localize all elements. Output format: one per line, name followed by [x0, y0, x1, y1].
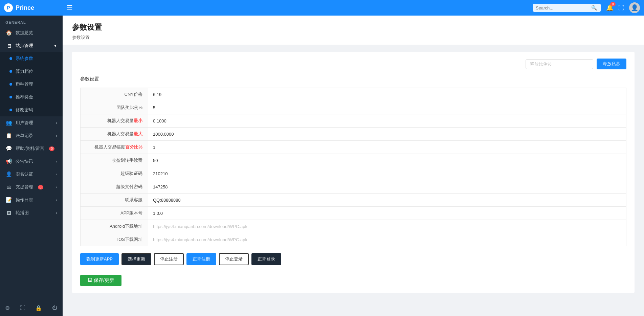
release-private-button[interactable]: 释放私募 — [597, 59, 626, 69]
input-robot-max — [148, 128, 626, 140]
save-section: 🖫 保存/更新 — [80, 270, 626, 286]
save-update-button[interactable]: 🖫 保存/更新 — [80, 275, 121, 286]
oplog-icon: 📝 — [5, 197, 12, 203]
home-icon: 🏠 — [5, 30, 12, 36]
sidebar-label-banner: 轮播图 — [16, 210, 29, 216]
input-super-pay — [148, 181, 626, 193]
release-bar: 释放私募 — [80, 59, 626, 69]
cny-price-input[interactable] — [148, 89, 626, 100]
super-pay-input[interactable] — [148, 181, 626, 193]
power-icon[interactable]: ⏻ — [51, 303, 59, 313]
arrow-right-icon: › — [56, 121, 57, 125]
main-content: 参数设置 参数设置 释放私募 参数设置 CNY价格 — [63, 16, 644, 316]
customer-service-input[interactable] — [148, 194, 626, 206]
sidebar-item-sysparams[interactable]: 系统参数 — [0, 52, 63, 65]
robot-max-input[interactable] — [148, 128, 626, 140]
sidebar-label-referral: 推荐奖金 — [16, 94, 33, 100]
main-card: 释放私募 参数设置 CNY价格 团队奖比例% — [72, 52, 635, 293]
sidebar-item-currency[interactable]: 币种管理 — [0, 78, 63, 91]
sidebar-item-help[interactable]: 💬 帮助/资料/留言 0 — [0, 142, 63, 155]
form-row-ios-url: IOS下载网址 — [80, 233, 626, 246]
search-icon: 🔍 — [591, 5, 597, 10]
params-form: CNY价格 团队奖比例% 机器人交易量最小 — [80, 88, 626, 246]
recharge-badge: 0 — [38, 185, 43, 189]
app-version-input[interactable] — [148, 207, 626, 219]
form-row-super-verify: 超级验证码 — [80, 167, 626, 180]
withdraw-fee-input[interactable] — [148, 155, 626, 166]
lock-icon[interactable]: 🔒 — [34, 303, 43, 313]
sidebar-item-dashboard[interactable]: 🏠 数据总览 — [0, 26, 63, 39]
sidebar-item-billrecord[interactable]: 📋 账单记录 › — [0, 129, 63, 142]
android-url-input[interactable] — [148, 221, 626, 232]
arrow-right-icon: › — [56, 172, 57, 176]
input-team — [148, 102, 626, 114]
form-row-cny: CNY价格 — [80, 88, 626, 101]
realname-icon: 👤 — [5, 171, 12, 177]
sidebar-label-oplog: 操作日志 — [16, 197, 33, 203]
sidebar-item-compute[interactable]: 算力档位 — [0, 65, 63, 78]
form-row-super-pay: 超级支付密码 — [80, 180, 626, 193]
arrow-right-icon: › — [56, 134, 57, 138]
settings-icon[interactable]: ⚙ — [4, 303, 11, 313]
sidebar-item-banner[interactable]: 🖼 轮播图 › — [0, 206, 63, 219]
sidebar-label-help: 帮助/资料/留言 — [16, 145, 44, 152]
dot-icon — [9, 70, 12, 73]
dot-icon — [9, 96, 12, 98]
sidebar-label-billrecord: 账单记录 — [16, 133, 33, 139]
stop-register-button[interactable]: 停止注册 — [154, 253, 184, 265]
page-header: 参数设置 参数设置 — [63, 16, 644, 45]
top-navigation: P Prince ☰ 🔍 🔔 0 ⛶ 👤 — [0, 0, 644, 16]
sidebar-item-referral[interactable]: 推荐奖金 — [0, 91, 63, 104]
force-update-button[interactable]: 强制更新APP — [80, 253, 119, 265]
expand-icon[interactable]: ⛶ — [618, 4, 624, 12]
form-row-withdraw: 收益划转手续费 — [80, 154, 626, 167]
release-ratio-input[interactable] — [526, 59, 593, 69]
app-logo: P Prince — [4, 3, 67, 12]
arrow-down-icon: ▼ — [53, 44, 57, 48]
sidebar-label-announcement: 公告快讯 — [16, 158, 33, 164]
sidebar-item-realname[interactable]: 👤 实名认证 › — [0, 168, 63, 181]
sidebar-item-changepwd[interactable]: 修改密码 — [0, 104, 63, 116]
robot-min-input[interactable] — [148, 115, 626, 127]
avatar[interactable]: 👤 — [629, 2, 640, 13]
form-row-robot-max: 机器人交易量最大 — [80, 127, 626, 140]
team-reward-input[interactable] — [148, 102, 626, 114]
label-super-pay: 超级支付密码 — [81, 180, 148, 193]
dot-icon — [9, 109, 12, 111]
sidebar-item-usermgr[interactable]: 👥 用户管理 › — [0, 116, 63, 129]
form-row-robot-min: 机器人交易量最小 — [80, 114, 626, 127]
sidebar-label-compute: 算力档位 — [16, 68, 33, 74]
bill-icon: 📋 — [5, 133, 12, 139]
arrow-right-icon: › — [56, 198, 57, 202]
dot-icon — [9, 57, 12, 60]
help-badge: 0 — [49, 146, 54, 151]
notification-bell[interactable]: 🔔 0 — [606, 4, 614, 12]
help-icon: 💬 — [5, 145, 12, 152]
normal-register-button[interactable]: 正常注册 — [186, 253, 216, 265]
search-input[interactable] — [536, 5, 590, 10]
form-row-android-url: Android下载地址 — [80, 220, 626, 233]
sidebar-item-oplog[interactable]: 📝 操作日志 › — [0, 194, 63, 206]
label-appversion: APP版本号 — [81, 207, 148, 220]
sidebar-item-station[interactable]: 🖥 站点管理 ▼ — [0, 39, 63, 52]
robot-range-input[interactable] — [148, 141, 626, 153]
expand-sidebar-icon[interactable]: ⛶ — [19, 303, 27, 313]
sidebar-item-announcement[interactable]: 📢 公告快讯 › — [0, 155, 63, 168]
arrow-right-icon: › — [56, 159, 57, 163]
main-layout: GENERAL 🏠 数据总览 🖥 站点管理 ▼ 系统参数 算力档位 币种管理 — [0, 16, 644, 316]
ios-url-input[interactable] — [148, 234, 626, 246]
input-customer — [148, 194, 626, 206]
arrow-right-icon: › — [56, 185, 57, 189]
input-appversion — [148, 207, 626, 219]
stop-login-button[interactable]: 停止登录 — [219, 253, 249, 265]
breadcrumb: 参数设置 — [72, 35, 635, 41]
page-title: 参数设置 — [72, 22, 635, 32]
normal-login-button[interactable]: 正常登录 — [251, 253, 281, 265]
hamburger-button[interactable]: ☰ — [67, 4, 73, 12]
sidebar-item-recharge[interactable]: ⚖ 充提管理 0 › — [0, 181, 63, 194]
monitor-icon: 🖥 — [5, 43, 12, 49]
sidebar-label-usermgr: 用户管理 — [16, 120, 33, 126]
super-verify-input[interactable] — [148, 168, 626, 180]
choose-update-button[interactable]: 选择更新 — [121, 253, 151, 265]
input-robot-range — [148, 141, 626, 153]
